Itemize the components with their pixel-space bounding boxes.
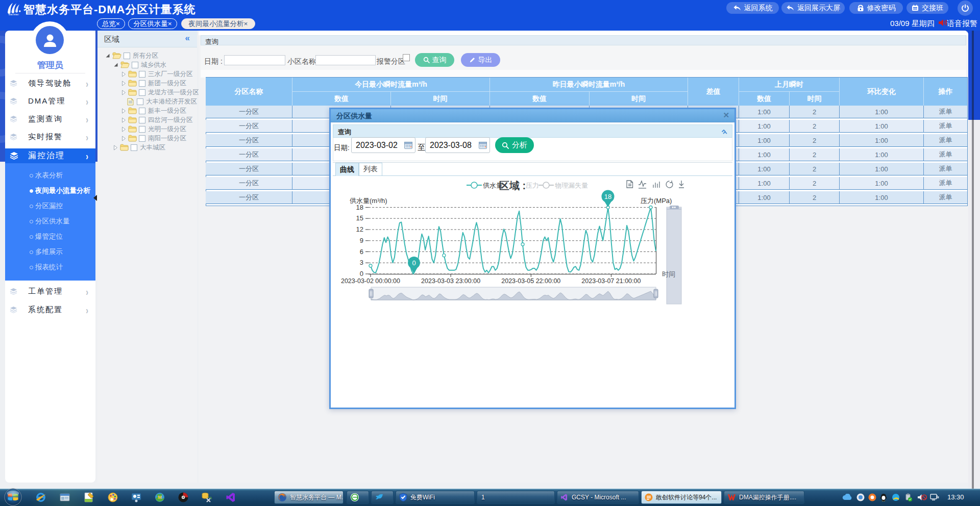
svg-text:6: 6 <box>360 248 363 256</box>
svg-text:2023-03-03 23:00:00: 2023-03-03 23:00:00 <box>421 277 480 285</box>
svg-text:0: 0 <box>360 270 363 277</box>
svg-text:15: 15 <box>356 214 363 222</box>
svg-text:9: 9 <box>360 237 363 244</box>
svg-text:18: 18 <box>356 204 363 211</box>
svg-text:物理漏失量: 物理漏失量 <box>555 182 588 189</box>
svg-text:12: 12 <box>356 225 363 233</box>
svg-text:3: 3 <box>360 259 363 266</box>
svg-text:2023-03-02 00:00:00: 2023-03-02 00:00:00 <box>341 277 400 285</box>
svg-text:时间: 时间 <box>662 270 675 278</box>
svg-text:2023-03-07 21:00:00: 2023-03-07 21:00:00 <box>581 277 641 285</box>
svg-text:0: 0 <box>412 259 415 267</box>
svg-text:区域 :: 区域 : <box>499 180 526 191</box>
svg-text:压力(MPa): 压力(MPa) <box>641 197 672 205</box>
svg-text:2023-03-05 22:00:00: 2023-03-05 22:00:00 <box>501 277 560 285</box>
svg-text:18: 18 <box>604 193 611 200</box>
svg-text:供水量(m³/h): 供水量(m³/h) <box>350 197 387 205</box>
svg-text:M: M <box>158 495 162 500</box>
svg-text:MIAOMIAO: MIAOMIAO <box>9 13 19 16</box>
svg-text:压力: 压力 <box>526 182 539 189</box>
